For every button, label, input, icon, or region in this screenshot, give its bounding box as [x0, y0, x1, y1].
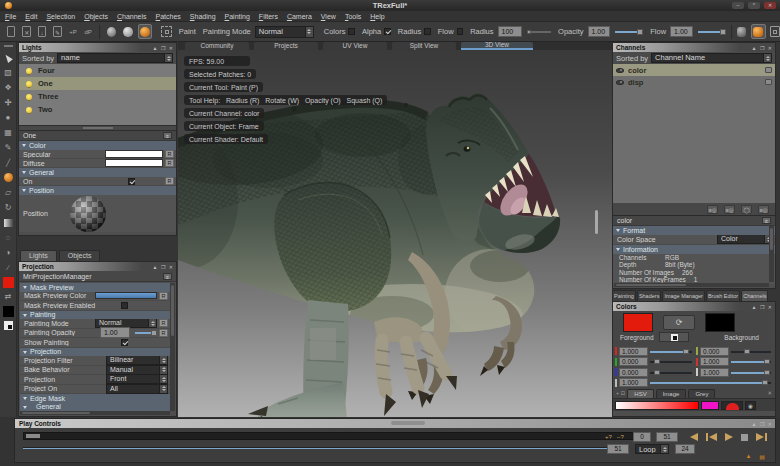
pencil-tool-icon[interactable]: ∕: [0, 260, 16, 275]
channel-add-button[interactable]: ≡◎: [707, 205, 718, 214]
fgbg-mini-icon[interactable]: [0, 318, 16, 333]
lights-panel-header[interactable]: Lights▲ ❐ ✕: [19, 43, 176, 52]
alpha-slider[interactable]: [650, 379, 773, 386]
section-format[interactable]: Format: [613, 226, 775, 235]
play-button[interactable]: [725, 433, 733, 441]
channels-sortby-select[interactable]: Channel Name: [651, 53, 772, 63]
contrast-tool-icon[interactable]: ◑: [0, 245, 16, 260]
section-general[interactable]: General: [20, 403, 170, 412]
mask-preview-enabled-checkbox[interactable]: [121, 302, 128, 309]
brush-tool-icon[interactable]: ✎: [0, 140, 16, 155]
projection-filter-select[interactable]: Bilinear: [106, 355, 168, 365]
menu-objects[interactable]: Objects: [84, 13, 108, 20]
light-item-one[interactable]: One: [19, 77, 176, 90]
painting-opacity-slider[interactable]: [135, 330, 157, 336]
project-on-select[interactable]: All: [106, 384, 168, 394]
props-menu-button[interactable]: ≡: [163, 132, 172, 139]
panel-header-icons[interactable]: ▲ ❐ ✕: [752, 45, 773, 51]
colors-panel-header[interactable]: Colors▲ ❐ ✕: [613, 302, 775, 311]
flow-slider[interactable]: [698, 29, 726, 35]
channels-panel-header[interactable]: Channels▲ ❐ ✕: [613, 43, 775, 52]
panel-header-icons[interactable]: ▲ ❐ ✕: [153, 264, 174, 270]
visibility-eye-icon[interactable]: [616, 68, 624, 73]
tab-projects[interactable]: Projects: [254, 42, 318, 50]
light-item-four[interactable]: Four: [19, 64, 176, 77]
swap-colors-icon[interactable]: ⇄: [0, 289, 16, 304]
marquee-icon[interactable]: [161, 26, 171, 37]
menu-camera[interactable]: Camera: [287, 13, 312, 20]
reset-button[interactable]: R: [159, 329, 168, 337]
opacity-input[interactable]: 1.00: [588, 26, 611, 37]
value-slider[interactable]: [731, 369, 773, 376]
pan-tool-icon[interactable]: ❖: [0, 80, 16, 95]
channel-rem-button[interactable]: ≡◎: [758, 205, 769, 214]
channel-item-disp[interactable]: disp: [613, 76, 775, 88]
timeline-handle[interactable]: [26, 434, 40, 438]
tab-image-manager[interactable]: Image Manager: [662, 290, 705, 301]
close-tab-icon[interactable]: ✕: [767, 389, 772, 398]
share-icon[interactable]: [765, 79, 772, 85]
color-gradient-bar[interactable]: [615, 401, 699, 410]
light-item-two[interactable]: Two: [19, 103, 176, 116]
background-swatch[interactable]: [0, 304, 16, 318]
hue-slider[interactable]: [731, 348, 773, 355]
menu-file[interactable]: File: [5, 13, 16, 20]
tab-community[interactable]: Community: [185, 42, 249, 50]
panel-header-icons[interactable]: ▲ ❐ ✕: [752, 421, 773, 427]
foreground-swatch[interactable]: [0, 275, 16, 289]
props-menu-button[interactable]: ≡: [163, 273, 172, 280]
light-item-three[interactable]: Three: [19, 90, 176, 103]
tab-uv-view[interactable]: UV View: [323, 42, 387, 50]
channel-sync-button[interactable]: ◯: [741, 205, 752, 214]
menu-view[interactable]: View: [321, 13, 336, 20]
radius-slider[interactable]: [527, 30, 551, 34]
node-add-icon[interactable]: +P: [69, 26, 77, 37]
props-hscrollbar[interactable]: [614, 283, 769, 287]
close-project-icon[interactable]: ✕: [22, 26, 30, 37]
menu-shading[interactable]: Shading: [190, 13, 216, 20]
new-project-icon[interactable]: [7, 26, 15, 37]
tab-3d-view[interactable]: 3D View: [461, 42, 533, 50]
section-color[interactable]: Color: [19, 141, 176, 150]
menu-selection[interactable]: Selection: [46, 13, 75, 20]
radius-input[interactable]: 100: [498, 26, 523, 37]
move-tool-icon[interactable]: ✢: [0, 95, 16, 110]
range-start-input[interactable]: 0: [633, 432, 651, 442]
h-mode-button[interactable]: ◉: [745, 401, 756, 410]
panel-header-icons[interactable]: ▲ ❐ ✕: [752, 304, 773, 310]
reset-button[interactable]: R: [159, 292, 168, 300]
save-icon[interactable]: ✎: [53, 26, 61, 37]
zoom-out-icon[interactable]: −?: [617, 434, 624, 440]
swap-colors-button[interactable]: ⟳: [663, 315, 695, 330]
clone-tool-icon[interactable]: ↻: [0, 200, 16, 215]
flow-checkbox[interactable]: [457, 28, 464, 35]
section-information[interactable]: Information: [613, 245, 775, 254]
minimize-button[interactable]: –: [732, 2, 744, 9]
share-icon[interactable]: [765, 67, 772, 73]
patch-grid-tool-icon[interactable]: ▦: [0, 125, 16, 140]
specular-reset-button[interactable]: R: [165, 150, 174, 158]
specular-swatch[interactable]: [105, 150, 163, 158]
pointer-tool-icon[interactable]: [0, 50, 16, 65]
show-painting-checkbox[interactable]: [121, 339, 128, 346]
cache-icon[interactable]: ▲: [745, 453, 751, 460]
step-forward-button[interactable]: [756, 433, 767, 441]
radius-checkbox[interactable]: [424, 28, 431, 35]
import-icon[interactable]: ↓: [38, 26, 46, 37]
current-frame-input[interactable]: 51: [607, 444, 629, 454]
tab-channels[interactable]: Channels: [741, 290, 768, 301]
shader-sphere-active-icon[interactable]: [138, 24, 153, 39]
menu-filters[interactable]: Filters: [259, 13, 278, 20]
hue-value[interactable]: 0.000: [700, 347, 729, 356]
panel-header-icons[interactable]: ▲ ❐ ✕: [153, 45, 174, 51]
timeline-track[interactable]: [23, 432, 651, 440]
brush-active-icon[interactable]: [751, 24, 766, 39]
opacity-slider[interactable]: [615, 29, 643, 35]
frame-slider[interactable]: [23, 445, 629, 450]
drop-tool-icon[interactable]: ●: [0, 110, 16, 125]
node-icon[interactable]: dP: [84, 26, 92, 37]
red-value[interactable]: 1.000: [619, 347, 648, 356]
go-to-start-button[interactable]: [706, 433, 717, 441]
props-vscrollbar[interactable]: [769, 226, 774, 282]
color-space-select[interactable]: Color: [717, 234, 773, 244]
